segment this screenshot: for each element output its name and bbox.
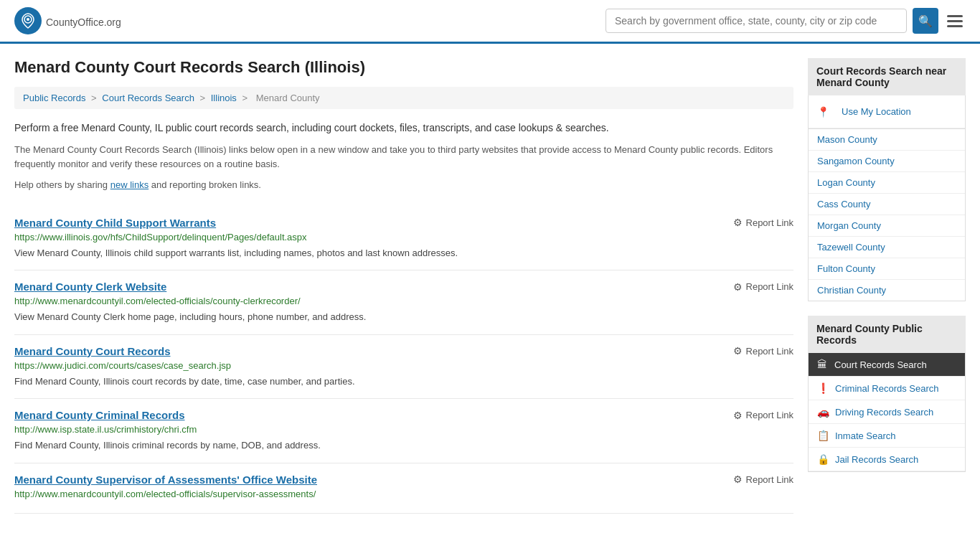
report-icon: ⚙ — [733, 410, 743, 421]
sidebar-county-item: Fulton County — [809, 258, 965, 280]
report-link-button[interactable]: ⚙ Report Link — [733, 281, 793, 293]
report-link-label: Report Link — [746, 410, 793, 420]
nav-label: Court Records Search — [834, 359, 927, 370]
sidebar-county-link[interactable]: Fulton County — [809, 258, 965, 279]
record-url: https://www.illinois.gov/hfs/ChildSuppor… — [14, 232, 793, 242]
sidebar-use-location-item: 📍 Use My Location — [809, 95, 965, 128]
sidebar-county-link[interactable]: Mason County — [809, 129, 965, 150]
record-item: Menard County Court Records ⚙ Report Lin… — [14, 335, 793, 400]
search-input[interactable] — [606, 9, 907, 33]
sidebar-nearby-list: 📍 Use My Location — [808, 95, 966, 129]
sidebar-county-item: Cass County — [809, 194, 965, 215]
desc3-suffix: and reporting broken links. — [149, 179, 261, 190]
record-title[interactable]: Menard County Child Support Warrants — [14, 217, 216, 229]
nav-label: Inmate Search — [835, 430, 896, 441]
sidebar-county-item: Logan County — [809, 172, 965, 194]
record-url: http://www.menardcountyil.com/elected-of… — [14, 296, 793, 306]
record-url: http://www.isp.state.il.us/crimhistory/c… — [14, 424, 793, 435]
report-link-label: Report Link — [746, 346, 793, 357]
breadcrumb-link-court-records[interactable]: Court Records Search — [102, 93, 194, 103]
sidebar-county-link[interactable]: Morgan County — [809, 215, 965, 236]
report-icon: ⚙ — [733, 345, 743, 357]
sidebar-county-link[interactable]: Tazewell County — [809, 237, 965, 258]
records-list: Menard County Child Support Warrants ⚙ R… — [14, 207, 793, 514]
record-desc: Find Menard County, Illinois court recor… — [14, 375, 793, 389]
new-links-link[interactable]: new links — [110, 179, 149, 190]
breadcrumb-sep-3: > — [242, 93, 250, 103]
search-button[interactable]: 🔍 — [913, 8, 938, 34]
record-title[interactable]: Menard County Supervisor of Assessments'… — [14, 474, 317, 486]
sidebar-county-link[interactable]: Sangamon County — [809, 151, 965, 171]
record-url: https://www.judici.com/courts/cases/case… — [14, 360, 793, 371]
sidebar-county-item: Morgan County — [809, 215, 965, 237]
use-my-location-link[interactable]: Use My Location — [833, 101, 920, 122]
sidebar-nav-item: 📋 Inmate Search — [809, 424, 965, 448]
report-link-button[interactable]: ⚙ Report Link — [733, 217, 793, 228]
record-item: Menard County Criminal Records ⚙ Report … — [14, 399, 793, 463]
sidebar-county-link[interactable]: Cass County — [809, 194, 965, 215]
sidebar-nav-link[interactable]: 🚗 Driving Records Search — [809, 400, 965, 423]
header: CountyOffice.org 🔍 — [0, 0, 980, 44]
sidebar-nearby-title: Court Records Search near Menard County — [808, 58, 966, 95]
sidebar-county-link[interactable]: Logan County — [809, 172, 965, 193]
report-link-button[interactable]: ⚙ Report Link — [733, 474, 793, 485]
description-2: The Menard County Court Records Search (… — [14, 143, 793, 171]
breadcrumb-link-illinois[interactable]: Illinois — [211, 93, 237, 103]
logo-suffix: .org — [104, 17, 121, 28]
report-icon: ⚙ — [733, 474, 743, 485]
record-item: Menard County Child Support Warrants ⚙ R… — [14, 207, 793, 271]
breadcrumb: Public Records > Court Records Search > … — [14, 87, 793, 109]
sidebar-nearby: Court Records Search near Menard County … — [808, 58, 966, 301]
breadcrumb-sep-1: > — [91, 93, 99, 103]
logo-brand: CountyOffice — [46, 17, 104, 28]
search-icon: 🔍 — [918, 14, 933, 28]
sidebar-nav-item: 🚗 Driving Records Search — [809, 400, 965, 424]
menu-bar-1 — [947, 15, 963, 17]
sidebar-nav-link[interactable]: 📋 Inmate Search — [809, 424, 965, 447]
sidebar-public: Menard County Public Records 🏛 Court Rec… — [808, 316, 966, 472]
menu-bar-3 — [947, 25, 963, 27]
nav-icon: 🏛 — [817, 359, 829, 370]
sidebar-nav-link[interactable]: 🏛 Court Records Search — [809, 353, 965, 376]
record-title[interactable]: Menard County Clerk Website — [14, 281, 166, 293]
content: Menard County Court Records Search (Illi… — [0, 44, 980, 528]
sidebar-county-item: Tazewell County — [809, 237, 965, 258]
svg-point-1 — [27, 18, 29, 21]
record-item: Menard County Supervisor of Assessments'… — [14, 463, 793, 514]
record-title[interactable]: Menard County Court Records — [14, 345, 171, 357]
sidebar-county-link[interactable]: Christian County — [809, 280, 965, 301]
report-link-button[interactable]: ⚙ Report Link — [733, 345, 793, 357]
menu-bar-2 — [947, 20, 963, 22]
sidebar-nav-link[interactable]: ❗ Criminal Records Search — [809, 377, 965, 400]
record-item: Menard County Clerk Website ⚙ Report Lin… — [14, 270, 793, 335]
nearby-counties-list: Mason CountySangamon CountyLogan CountyC… — [808, 129, 966, 301]
nav-label: Criminal Records Search — [835, 383, 939, 394]
main: Menard County Court Records Search (Illi… — [14, 58, 793, 514]
nav-icon: 🔒 — [817, 453, 829, 465]
report-link-button[interactable]: ⚙ Report Link — [733, 410, 793, 421]
record-desc: Find Menard County, Illinois criminal re… — [14, 438, 793, 453]
record-header: Menard County Clerk Website ⚙ Report Lin… — [14, 281, 793, 293]
logo-area: CountyOffice.org — [14, 7, 121, 34]
menu-button[interactable] — [944, 12, 966, 30]
logo-text: CountyOffice.org — [46, 13, 121, 29]
sidebar-nav-item: ❗ Criminal Records Search — [809, 377, 965, 400]
description-1: Perform a free Menard County, IL public … — [14, 121, 793, 136]
desc3-prefix: Help others by sharing — [14, 179, 110, 190]
record-header: Menard County Criminal Records ⚙ Report … — [14, 409, 793, 421]
sidebar-nav-item: 🏛 Court Records Search — [809, 353, 965, 377]
page-title: Menard County Court Records Search (Illi… — [14, 58, 793, 77]
sidebar-county-item: Mason County — [809, 129, 965, 151]
sidebar-public-title: Menard County Public Records — [808, 316, 966, 353]
record-desc: View Menard County, Illinois child suppo… — [14, 246, 793, 260]
breadcrumb-sep-2: > — [200, 93, 208, 103]
record-title[interactable]: Menard County Criminal Records — [14, 409, 185, 421]
nav-label: Driving Records Search — [835, 407, 933, 418]
report-link-label: Report Link — [746, 281, 793, 292]
description-3: Help others by sharing new links and rep… — [14, 178, 793, 192]
nav-icon: 📋 — [817, 430, 829, 441]
sidebar: Court Records Search near Menard County … — [808, 58, 966, 514]
breadcrumb-link-public-records[interactable]: Public Records — [23, 93, 85, 103]
location-pin-icon: 📍 — [817, 106, 829, 118]
sidebar-nav-link[interactable]: 🔒 Jail Records Search — [809, 448, 965, 471]
